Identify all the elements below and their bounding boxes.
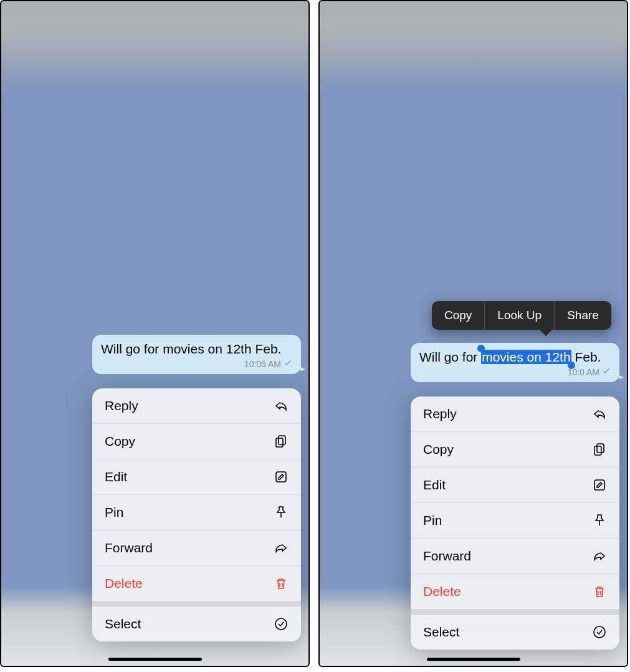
select-circle-check-icon [274, 617, 289, 631]
svg-rect-0 [279, 436, 285, 444]
screen-left: Will go for movies on 12th Feb. 10:05 AM… [0, 0, 310, 667]
svg-rect-4 [597, 444, 604, 453]
menu-pin-label: Pin [423, 513, 442, 528]
menu-select[interactable]: Select [92, 607, 301, 641]
menu-select[interactable]: Select [411, 615, 619, 650]
menu-copy[interactable]: Copy [92, 424, 301, 459]
svg-rect-6 [594, 480, 604, 490]
home-indicator[interactable] [108, 658, 202, 661]
menu-pin-label: Pin [105, 505, 123, 520]
menu-reply[interactable]: Reply [411, 396, 619, 432]
menu-forward-label: Forward [105, 540, 153, 555]
selection-handle-end[interactable] [568, 362, 575, 369]
menu-reply-label: Reply [423, 406, 457, 421]
svg-point-3 [275, 618, 287, 630]
menu-edit[interactable]: Edit [92, 459, 301, 495]
svg-rect-2 [276, 472, 286, 482]
pin-icon [592, 513, 607, 528]
copy-docs-icon [592, 442, 607, 457]
menu-select-label: Select [423, 625, 459, 640]
menu-separator [92, 602, 301, 607]
trash-icon [274, 576, 289, 591]
edit-pencil-icon [592, 478, 607, 492]
pin-icon [274, 505, 289, 520]
context-menu: Reply Copy Edit Pin [92, 388, 301, 641]
message-bubble[interactable]: Will go for movies on 12th Feb. 10:05 AM [92, 335, 301, 374]
menu-pin[interactable]: Pin [411, 503, 619, 539]
reply-arrow-icon [592, 406, 607, 421]
message-time: 10:05 AM [244, 359, 281, 370]
status-blur [1, 1, 308, 82]
menu-separator [411, 610, 619, 615]
svg-rect-5 [594, 446, 601, 455]
menu-delete[interactable]: Delete [411, 574, 619, 610]
menu-edit[interactable]: Edit [411, 468, 619, 503]
message-bubble[interactable]: Will go for movies on 12th Feb. 10:0 AM [411, 343, 619, 382]
menu-delete[interactable]: Delete [92, 566, 301, 602]
context-menu: Reply Copy Edit Pin [411, 396, 619, 650]
menu-reply[interactable]: Reply [92, 388, 301, 424]
menu-delete-label: Delete [105, 576, 143, 591]
menu-copy[interactable]: Copy [411, 432, 619, 468]
menu-forward[interactable]: Forward [92, 530, 301, 566]
edit-pencil-icon [274, 469, 289, 484]
forward-arrow-icon [592, 549, 607, 564]
menu-copy-label: Copy [423, 442, 454, 457]
forward-arrow-icon [274, 540, 289, 555]
trash-icon [592, 584, 607, 599]
menu-forward-label: Forward [423, 549, 471, 564]
home-indicator[interactable] [427, 658, 520, 661]
delivered-check-icon [284, 358, 292, 370]
menu-edit-label: Edit [105, 469, 127, 484]
message-text-highlight[interactable]: movies on 12th [481, 350, 571, 364]
selection-share[interactable]: Share [555, 301, 611, 330]
text-selection-popup: Copy Look Up Share [432, 301, 611, 330]
selection-copy[interactable]: Copy [432, 301, 485, 330]
select-circle-check-icon [592, 625, 607, 640]
menu-pin[interactable]: Pin [92, 495, 301, 530]
screen-right: Copy Look Up Share Will go for movies on… [318, 0, 628, 667]
menu-delete-label: Delete [423, 584, 461, 599]
status-blur [320, 1, 627, 82]
menu-forward[interactable]: Forward [411, 539, 619, 574]
message-text-post: Feb. [571, 350, 601, 364]
selection-lookup[interactable]: Look Up [485, 301, 555, 330]
menu-copy-label: Copy [105, 434, 135, 449]
svg-rect-1 [276, 438, 283, 447]
copy-docs-icon [274, 434, 289, 449]
menu-select-label: Select [105, 617, 141, 631]
message-text: Will go for movies on 12th Feb. [101, 342, 281, 356]
delivered-check-icon [602, 367, 611, 378]
message-text-pre: Will go for [419, 350, 481, 364]
reply-arrow-icon [274, 398, 289, 413]
menu-edit-label: Edit [423, 478, 446, 492]
svg-point-7 [594, 626, 605, 638]
menu-reply-label: Reply [105, 398, 138, 413]
